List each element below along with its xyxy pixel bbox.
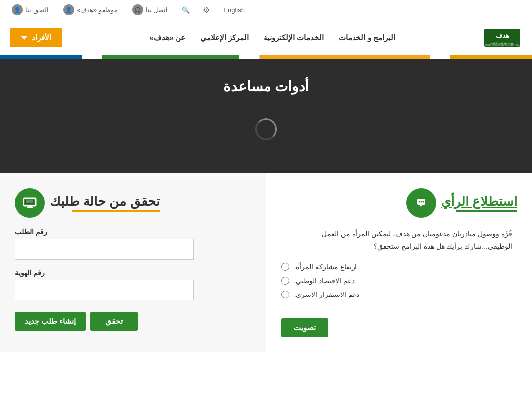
request-number-input[interactable] [15,239,194,260]
color-seg-7 [0,55,82,59]
survey-option-3-label: دعم الاستقرار الاسري. [294,291,360,298]
search-button[interactable]: 🔍 [175,0,197,20]
svg-point-6 [418,201,420,203]
check-title-underline [72,210,160,212]
svg-point-7 [420,201,422,203]
survey-option-1-label: ارتفاع مشاركة المرأة. [294,263,357,271]
nav-programs[interactable]: البرامج و الخدمات [339,33,395,42]
survey-radio-3[interactable] [281,291,289,298]
color-seg-4 [239,55,260,59]
employee-link[interactable]: موظفو «هدف» 👤 [56,0,125,20]
vote-button[interactable]: تصويت [281,318,328,337]
contact-label: اتصل بنا [146,6,168,14]
svg-rect-11 [28,206,32,207]
survey-options-list: ارتفاع مشاركة المرأة. دعم الاقتصاد الوطن… [281,263,518,304]
check-icon-circle [15,188,45,218]
survey-radio-2[interactable] [281,277,289,285]
login-icon: 👤 [12,4,23,15]
survey-header: استطلاع الرأي [281,188,518,218]
main-nav: هدف صندوق تنمية الموارد البشرية HUMAN RE… [0,20,532,55]
survey-option-3: دعم الاستقرار الاسري. [281,291,518,298]
color-seg-3 [260,55,430,59]
svg-text:HUMAN RESOURCES DEVELOPMENT FU: HUMAN RESOURCES DEVELOPMENT FUND [485,44,519,46]
language-switcher[interactable]: English [216,0,252,20]
search-icon: 🔍 [182,6,190,14]
afrad-button[interactable]: الأفراد [10,28,62,47]
login-link[interactable]: التحق بنا 👤 [5,0,56,20]
survey-chat-icon [413,195,429,211]
new-request-button[interactable]: إنشاء طلب جديد [15,312,86,331]
nav-links: البرامج و الخدمات الخدمات الإلكترونية ال… [149,33,395,42]
color-seg-2 [430,55,450,59]
nav-eservices[interactable]: الخدمات الإلكترونية [264,33,324,42]
svg-text:صندوق تنمية الموارد البشرية: صندوق تنمية الموارد البشرية [491,41,514,44]
contact-us-link[interactable]: اتصل بنا 🎧 [125,0,175,20]
survey-option-2: دعم الاقتصاد الوطني. [281,277,518,285]
survey-option-1: ارتفاع مشاركة المرأة. [281,263,518,271]
dropdown-arrow-icon [21,36,28,40]
request-number-group: رقم الطلب [15,228,251,260]
svg-text:هدف: هدف [496,32,509,39]
check-screen-icon [22,195,38,211]
color-seg-6 [82,55,102,59]
check-request-title: تحقق من حالة طلبك [50,194,160,209]
top-bar: English ⚙ 🔍 اتصل بنا 🎧 موظفو «هدف» 👤 الت… [0,0,532,20]
hero-title: أدوات مساعدة [223,78,309,95]
english-label: English [223,6,245,14]
person-icon: 👤 [63,4,74,15]
nav-about[interactable]: عن «هدف» [149,33,185,42]
svg-point-8 [422,201,424,203]
survey-panel: استطلاع الرأي قُرَّة ووصول مبادرتان مدعو… [266,173,532,352]
id-number-input[interactable] [15,280,194,300]
check-button[interactable]: تحقق [90,312,138,331]
id-number-group: رقم الهوية [15,269,251,300]
nav-media[interactable]: المركز الإعلامي [200,33,249,42]
svg-rect-12 [27,207,33,208]
bottom-section: استطلاع الرأي قُرَّة ووصول مبادرتان مدعو… [0,173,532,352]
headset-icon: 🎧 [132,4,143,15]
survey-icon-circle [406,188,436,218]
spinner-icon [255,118,277,140]
request-number-label: رقم الطلب [15,228,47,236]
survey-option-2-label: دعم الاقتصاد الوطني. [294,277,355,285]
check-request-header: تحقق من حالة طلبك [15,188,251,218]
check-request-panel: تحقق من حالة طلبك رقم الطلب رقم الهوية [0,173,266,352]
survey-title-underline [456,210,517,212]
hero-content: أدوات مساعدة [223,88,309,144]
form-buttons: تحقق إنشاء طلب جديد [15,312,251,331]
svg-rect-14 [26,200,33,203]
survey-radio-1[interactable] [281,263,289,271]
color-seg-5 [102,55,239,59]
loading-spinner [251,114,281,144]
logo-area: هدف صندوق تنمية الموارد البشرية HUMAN RE… [482,25,522,50]
survey-title: استطلاع الرأي [441,194,517,209]
hero-section: أدوات مساعدة [0,59,532,173]
hdf-logo: هدف صندوق تنمية الموارد البشرية HUMAN RE… [482,25,522,50]
id-number-label: رقم الهوية [15,269,45,277]
color-bar [0,55,532,59]
login-label: التحق بنا [25,6,49,14]
employee-label: موظفو «هدف» [77,6,118,14]
gear-icon[interactable]: ⚙ [197,5,216,15]
color-seg-1 [450,55,532,59]
afrad-label: الأفراد [32,33,51,42]
survey-question: قُرَّة ووصول مبادرتان مدعومتان من هدف، ل… [281,228,513,253]
